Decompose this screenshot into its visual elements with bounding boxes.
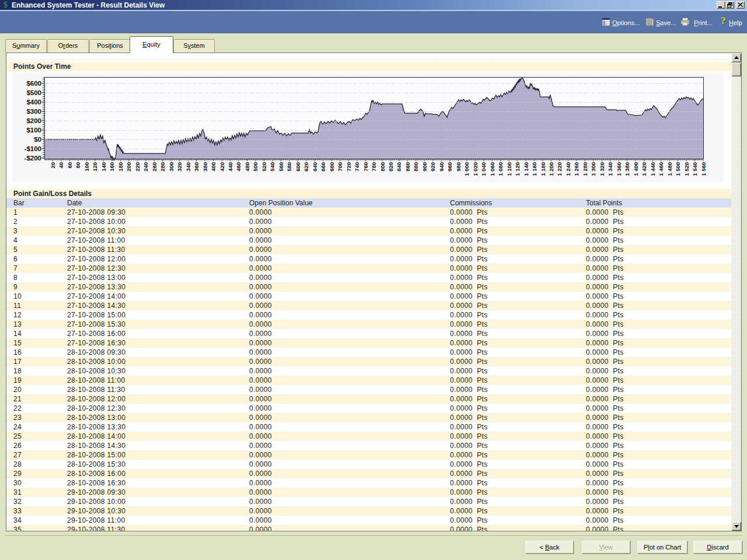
svg-text:440: 440 bbox=[227, 162, 233, 172]
svg-text:300: 300 bbox=[168, 162, 174, 172]
svg-text:1 140: 1 140 bbox=[523, 162, 529, 176]
svg-text:1 240: 1 240 bbox=[565, 162, 571, 176]
svg-text:1 480: 1 480 bbox=[666, 162, 673, 176]
svg-text:920: 920 bbox=[430, 162, 436, 172]
svg-text:1 280: 1 280 bbox=[582, 162, 588, 176]
svg-text:280: 280 bbox=[159, 162, 166, 172]
svg-text:1 000: 1 000 bbox=[463, 162, 470, 176]
svg-text:1 400: 1 400 bbox=[633, 162, 639, 176]
svg-text:360: 360 bbox=[193, 162, 200, 172]
svg-text:540: 540 bbox=[269, 162, 275, 172]
svg-text:1 540: 1 540 bbox=[692, 162, 698, 176]
svg-text:1 180: 1 180 bbox=[540, 162, 546, 176]
svg-text:620: 620 bbox=[303, 162, 309, 172]
svg-text:20: 20 bbox=[50, 162, 56, 169]
svg-text:200: 200 bbox=[125, 162, 132, 172]
svg-text:820: 820 bbox=[388, 162, 394, 172]
svg-text:460: 460 bbox=[235, 162, 242, 172]
svg-text:1 360: 1 360 bbox=[616, 162, 622, 176]
svg-text:480: 480 bbox=[244, 162, 250, 172]
svg-text:740: 740 bbox=[354, 162, 360, 172]
svg-text:1 380: 1 380 bbox=[624, 162, 630, 176]
svg-text:500: 500 bbox=[252, 162, 259, 172]
svg-text:220: 220 bbox=[134, 162, 141, 172]
svg-text:$400: $400 bbox=[26, 99, 41, 106]
svg-text:100: 100 bbox=[83, 162, 90, 172]
svg-text:880: 880 bbox=[413, 162, 419, 172]
svg-text:980: 980 bbox=[455, 162, 462, 172]
svg-text:1 420: 1 420 bbox=[641, 162, 647, 176]
svg-text:1 260: 1 260 bbox=[573, 162, 580, 176]
svg-text:1 520: 1 520 bbox=[683, 162, 690, 176]
svg-text:$600: $600 bbox=[26, 80, 41, 87]
svg-text:600: 600 bbox=[295, 162, 301, 172]
svg-text:800: 800 bbox=[379, 162, 386, 172]
svg-text:580: 580 bbox=[286, 162, 292, 172]
svg-text:1 460: 1 460 bbox=[658, 162, 664, 176]
svg-text:1 320: 1 320 bbox=[599, 162, 605, 176]
svg-text:560: 560 bbox=[278, 162, 284, 172]
svg-text:320: 320 bbox=[176, 162, 183, 172]
svg-text:$200: $200 bbox=[26, 117, 41, 124]
svg-text:760: 760 bbox=[362, 162, 369, 172]
svg-text:900: 900 bbox=[421, 162, 428, 172]
svg-text:940: 940 bbox=[438, 162, 445, 172]
svg-text:640: 640 bbox=[312, 162, 318, 172]
svg-text:60: 60 bbox=[67, 162, 73, 169]
svg-text:680: 680 bbox=[329, 162, 335, 172]
svg-text:660: 660 bbox=[320, 162, 326, 172]
svg-text:$300: $300 bbox=[26, 108, 41, 115]
svg-text:-$200: -$200 bbox=[25, 155, 41, 162]
svg-text:1 020: 1 020 bbox=[472, 162, 479, 176]
svg-text:1 100: 1 100 bbox=[506, 162, 512, 176]
svg-text:-$100: -$100 bbox=[25, 145, 41, 152]
svg-text:260: 260 bbox=[151, 162, 158, 172]
svg-text:400: 400 bbox=[210, 162, 217, 172]
svg-text:780: 780 bbox=[371, 162, 377, 172]
svg-text:1 340: 1 340 bbox=[607, 162, 613, 176]
svg-text:1 220: 1 220 bbox=[556, 162, 563, 176]
svg-text:1 080: 1 080 bbox=[497, 162, 504, 176]
svg-text:420: 420 bbox=[219, 162, 225, 172]
svg-text:160: 160 bbox=[109, 162, 115, 172]
svg-text:700: 700 bbox=[337, 162, 343, 172]
svg-text:180: 180 bbox=[117, 162, 124, 172]
svg-text:$0: $0 bbox=[34, 136, 41, 143]
svg-text:240: 240 bbox=[142, 162, 149, 172]
svg-text:120: 120 bbox=[92, 162, 98, 172]
svg-text:860: 860 bbox=[404, 162, 411, 172]
svg-text:1 040: 1 040 bbox=[480, 162, 487, 176]
svg-text:40: 40 bbox=[58, 162, 64, 169]
svg-text:1 300: 1 300 bbox=[590, 162, 596, 176]
svg-text:720: 720 bbox=[345, 162, 352, 172]
svg-text:520: 520 bbox=[261, 162, 267, 172]
svg-text:$100: $100 bbox=[26, 127, 41, 134]
svg-text:1 120: 1 120 bbox=[514, 162, 521, 176]
svg-text:960: 960 bbox=[446, 162, 453, 172]
svg-text:140: 140 bbox=[100, 162, 107, 172]
svg-text:840: 840 bbox=[396, 162, 402, 172]
svg-text:1 160: 1 160 bbox=[531, 162, 537, 176]
svg-text:1 560: 1 560 bbox=[700, 162, 707, 176]
svg-text:$500: $500 bbox=[26, 89, 41, 96]
svg-text:1 200: 1 200 bbox=[548, 162, 554, 176]
svg-text:1 060: 1 060 bbox=[489, 162, 495, 176]
svg-text:1 500: 1 500 bbox=[675, 162, 681, 176]
svg-text:80: 80 bbox=[75, 162, 81, 169]
svg-text:340: 340 bbox=[185, 162, 191, 172]
svg-text:1 440: 1 440 bbox=[650, 162, 656, 176]
svg-text:380: 380 bbox=[202, 162, 208, 172]
